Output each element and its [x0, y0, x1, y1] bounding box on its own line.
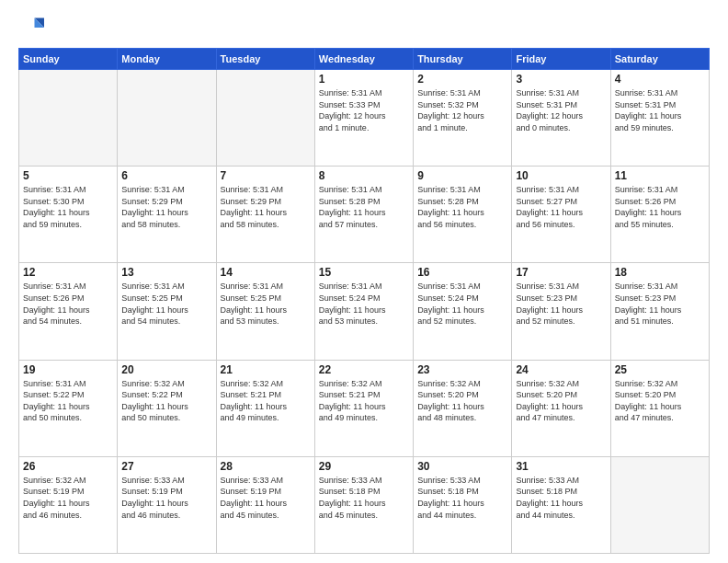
logo-icon	[18, 15, 44, 40]
calendar-cell: 9Sunrise: 5:31 AM Sunset: 5:28 PM Daylig…	[414, 167, 512, 263]
day-number: 28	[221, 460, 311, 473]
day-info: Sunrise: 5:32 AM Sunset: 5:20 PM Dayligh…	[417, 378, 507, 424]
calendar-week-row: 1Sunrise: 5:31 AM Sunset: 5:33 PM Daylig…	[19, 70, 710, 167]
day-number: 15	[319, 266, 409, 279]
day-number: 5	[23, 169, 113, 182]
calendar-cell	[19, 70, 118, 167]
day-header-saturday: Saturday	[610, 49, 709, 70]
calendar-cell: 31Sunrise: 5:33 AM Sunset: 5:18 PM Dayli…	[512, 456, 610, 553]
calendar-cell: 21Sunrise: 5:32 AM Sunset: 5:21 PM Dayli…	[216, 360, 314, 456]
day-header-tuesday: Tuesday	[216, 49, 314, 70]
day-number: 18	[615, 266, 705, 279]
calendar-week-row: 12Sunrise: 5:31 AM Sunset: 5:26 PM Dayli…	[19, 263, 710, 360]
calendar-cell: 15Sunrise: 5:31 AM Sunset: 5:24 PM Dayli…	[314, 263, 413, 360]
day-header-thursday: Thursday	[414, 49, 512, 70]
day-info: Sunrise: 5:32 AM Sunset: 5:22 PM Dayligh…	[121, 378, 211, 424]
day-number: 14	[221, 266, 311, 279]
calendar-cell: 27Sunrise: 5:33 AM Sunset: 5:19 PM Dayli…	[118, 456, 216, 553]
day-number: 25	[615, 363, 705, 376]
day-info: Sunrise: 5:31 AM Sunset: 5:28 PM Dayligh…	[319, 184, 409, 230]
day-info: Sunrise: 5:31 AM Sunset: 5:28 PM Dayligh…	[417, 184, 507, 230]
day-info: Sunrise: 5:31 AM Sunset: 5:25 PM Dayligh…	[221, 281, 311, 327]
day-number: 17	[516, 266, 606, 279]
day-number: 9	[417, 169, 507, 182]
header	[18, 15, 710, 40]
day-info: Sunrise: 5:31 AM Sunset: 5:33 PM Dayligh…	[319, 87, 409, 133]
day-number: 1	[319, 73, 409, 86]
day-header-monday: Monday	[118, 49, 216, 70]
day-info: Sunrise: 5:31 AM Sunset: 5:26 PM Dayligh…	[23, 281, 113, 327]
calendar-cell: 26Sunrise: 5:32 AM Sunset: 5:19 PM Dayli…	[19, 456, 118, 553]
day-info: Sunrise: 5:33 AM Sunset: 5:18 PM Dayligh…	[319, 475, 409, 521]
calendar-cell: 16Sunrise: 5:31 AM Sunset: 5:24 PM Dayli…	[414, 263, 512, 360]
day-number: 26	[23, 460, 113, 473]
day-info: Sunrise: 5:31 AM Sunset: 5:26 PM Dayligh…	[615, 184, 705, 230]
day-number: 20	[121, 363, 211, 376]
calendar-table: SundayMondayTuesdayWednesdayThursdayFrid…	[18, 48, 710, 554]
day-number: 23	[417, 363, 507, 376]
day-number: 24	[516, 363, 606, 376]
day-info: Sunrise: 5:32 AM Sunset: 5:21 PM Dayligh…	[319, 378, 409, 424]
day-info: Sunrise: 5:32 AM Sunset: 5:20 PM Dayligh…	[615, 378, 705, 424]
day-number: 16	[417, 266, 507, 279]
calendar-cell: 5Sunrise: 5:31 AM Sunset: 5:30 PM Daylig…	[19, 167, 118, 263]
day-info: Sunrise: 5:33 AM Sunset: 5:18 PM Dayligh…	[417, 475, 507, 521]
day-number: 2	[417, 73, 507, 86]
calendar-cell	[118, 70, 216, 167]
calendar-cell: 23Sunrise: 5:32 AM Sunset: 5:20 PM Dayli…	[414, 360, 512, 456]
day-info: Sunrise: 5:31 AM Sunset: 5:23 PM Dayligh…	[516, 281, 606, 327]
calendar-cell: 3Sunrise: 5:31 AM Sunset: 5:31 PM Daylig…	[512, 70, 610, 167]
calendar-cell	[216, 70, 314, 167]
calendar-cell: 2Sunrise: 5:31 AM Sunset: 5:32 PM Daylig…	[414, 70, 512, 167]
day-number: 10	[516, 169, 606, 182]
day-info: Sunrise: 5:31 AM Sunset: 5:32 PM Dayligh…	[417, 87, 507, 133]
day-number: 27	[121, 460, 211, 473]
day-info: Sunrise: 5:31 AM Sunset: 5:29 PM Dayligh…	[121, 184, 211, 230]
calendar-cell: 12Sunrise: 5:31 AM Sunset: 5:26 PM Dayli…	[19, 263, 118, 360]
calendar-week-row: 5Sunrise: 5:31 AM Sunset: 5:30 PM Daylig…	[19, 167, 710, 263]
calendar-cell: 19Sunrise: 5:31 AM Sunset: 5:22 PM Dayli…	[19, 360, 118, 456]
calendar-cell: 28Sunrise: 5:33 AM Sunset: 5:19 PM Dayli…	[216, 456, 314, 553]
day-header-friday: Friday	[512, 49, 610, 70]
calendar-header-row: SundayMondayTuesdayWednesdayThursdayFrid…	[19, 49, 710, 70]
day-info: Sunrise: 5:31 AM Sunset: 5:29 PM Dayligh…	[221, 184, 311, 230]
day-number: 4	[615, 73, 705, 86]
calendar-cell: 14Sunrise: 5:31 AM Sunset: 5:25 PM Dayli…	[216, 263, 314, 360]
calendar-week-row: 19Sunrise: 5:31 AM Sunset: 5:22 PM Dayli…	[19, 360, 710, 456]
calendar-cell: 8Sunrise: 5:31 AM Sunset: 5:28 PM Daylig…	[314, 167, 413, 263]
day-info: Sunrise: 5:31 AM Sunset: 5:25 PM Dayligh…	[121, 281, 211, 327]
day-info: Sunrise: 5:32 AM Sunset: 5:19 PM Dayligh…	[23, 475, 113, 521]
logo-area	[18, 15, 48, 40]
day-number: 8	[319, 169, 409, 182]
calendar-cell: 30Sunrise: 5:33 AM Sunset: 5:18 PM Dayli…	[414, 456, 512, 553]
day-info: Sunrise: 5:31 AM Sunset: 5:24 PM Dayligh…	[319, 281, 409, 327]
calendar-cell: 24Sunrise: 5:32 AM Sunset: 5:20 PM Dayli…	[512, 360, 610, 456]
day-info: Sunrise: 5:33 AM Sunset: 5:19 PM Dayligh…	[121, 475, 211, 521]
day-number: 11	[615, 169, 705, 182]
day-info: Sunrise: 5:31 AM Sunset: 5:30 PM Dayligh…	[23, 184, 113, 230]
day-number: 22	[319, 363, 409, 376]
day-header-sunday: Sunday	[19, 49, 118, 70]
calendar-cell: 29Sunrise: 5:33 AM Sunset: 5:18 PM Dayli…	[314, 456, 413, 553]
day-number: 21	[221, 363, 311, 376]
day-number: 7	[221, 169, 311, 182]
day-info: Sunrise: 5:31 AM Sunset: 5:31 PM Dayligh…	[516, 87, 606, 133]
calendar-cell: 4Sunrise: 5:31 AM Sunset: 5:31 PM Daylig…	[610, 70, 709, 167]
day-header-wednesday: Wednesday	[314, 49, 413, 70]
day-info: Sunrise: 5:31 AM Sunset: 5:24 PM Dayligh…	[417, 281, 507, 327]
day-info: Sunrise: 5:32 AM Sunset: 5:21 PM Dayligh…	[221, 378, 311, 424]
day-info: Sunrise: 5:31 AM Sunset: 5:23 PM Dayligh…	[615, 281, 705, 327]
day-info: Sunrise: 5:33 AM Sunset: 5:19 PM Dayligh…	[221, 475, 311, 521]
calendar-week-row: 26Sunrise: 5:32 AM Sunset: 5:19 PM Dayli…	[19, 456, 710, 553]
day-number: 31	[516, 460, 606, 473]
calendar-cell: 17Sunrise: 5:31 AM Sunset: 5:23 PM Dayli…	[512, 263, 610, 360]
calendar-cell: 6Sunrise: 5:31 AM Sunset: 5:29 PM Daylig…	[118, 167, 216, 263]
day-info: Sunrise: 5:31 AM Sunset: 5:31 PM Dayligh…	[615, 87, 705, 133]
day-number: 13	[121, 266, 211, 279]
calendar-page: SundayMondayTuesdayWednesdayThursdayFrid…	[0, 0, 728, 563]
calendar-cell: 13Sunrise: 5:31 AM Sunset: 5:25 PM Dayli…	[118, 263, 216, 360]
day-info: Sunrise: 5:31 AM Sunset: 5:27 PM Dayligh…	[516, 184, 606, 230]
calendar-cell: 22Sunrise: 5:32 AM Sunset: 5:21 PM Dayli…	[314, 360, 413, 456]
day-number: 3	[516, 73, 606, 86]
day-number: 30	[417, 460, 507, 473]
